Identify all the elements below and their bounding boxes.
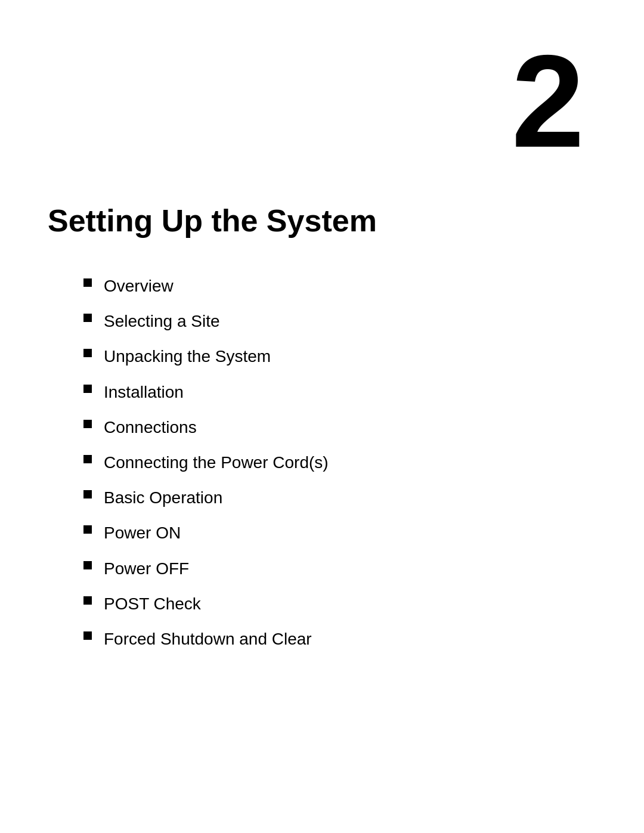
toc-list-item: Forced Shutdown and Clear xyxy=(83,627,596,651)
toc-list-item: Power ON xyxy=(83,521,596,544)
bullet-icon xyxy=(83,631,92,640)
toc-list-item: Unpacking the System xyxy=(83,345,596,368)
toc-item-label-forced-shutdown: Forced Shutdown and Clear xyxy=(104,627,312,651)
toc-list-item: Selecting a Site xyxy=(83,309,596,333)
bullet-icon xyxy=(83,385,92,393)
toc-list: OverviewSelecting a SiteUnpacking the Sy… xyxy=(83,274,596,651)
toc-list-item: Basic Operation xyxy=(83,486,596,509)
bullet-icon xyxy=(83,455,92,463)
toc-item-label-selecting-a-site: Selecting a Site xyxy=(104,309,220,333)
toc-item-label-unpacking-the-system: Unpacking the System xyxy=(104,345,271,368)
toc-item-label-basic-operation: Basic Operation xyxy=(104,486,222,509)
bullet-icon xyxy=(83,314,92,322)
bullet-icon xyxy=(83,420,92,428)
toc-list-item: Connections xyxy=(83,416,596,439)
toc-item-label-connecting-power-cord: Connecting the Power Cord(s) xyxy=(104,451,329,474)
toc-item-label-installation: Installation xyxy=(104,380,184,404)
toc-list-item: POST Check xyxy=(83,592,596,615)
chapter-number: 2 xyxy=(512,36,584,167)
toc-list-item: Overview xyxy=(83,274,596,298)
toc-item-label-power-on: Power ON xyxy=(104,521,181,544)
toc-list-item: Power OFF xyxy=(83,557,596,580)
toc-item-label-connections: Connections xyxy=(104,416,197,439)
bullet-icon xyxy=(83,490,92,498)
bullet-icon xyxy=(83,349,92,357)
bullet-icon xyxy=(83,278,92,287)
bullet-icon xyxy=(83,525,92,534)
bullet-icon xyxy=(83,561,92,569)
toc-item-label-power-off: Power OFF xyxy=(104,557,189,580)
bullet-icon xyxy=(83,596,92,605)
chapter-title: Setting Up the System xyxy=(48,203,596,239)
toc-item-label-overview: Overview xyxy=(104,274,174,298)
toc-list-item: Connecting the Power Cord(s) xyxy=(83,451,596,474)
toc-item-label-post-check: POST Check xyxy=(104,592,201,615)
page-container: 2 Setting Up the System OverviewSelectin… xyxy=(0,0,644,833)
toc-list-item: Installation xyxy=(83,380,596,404)
